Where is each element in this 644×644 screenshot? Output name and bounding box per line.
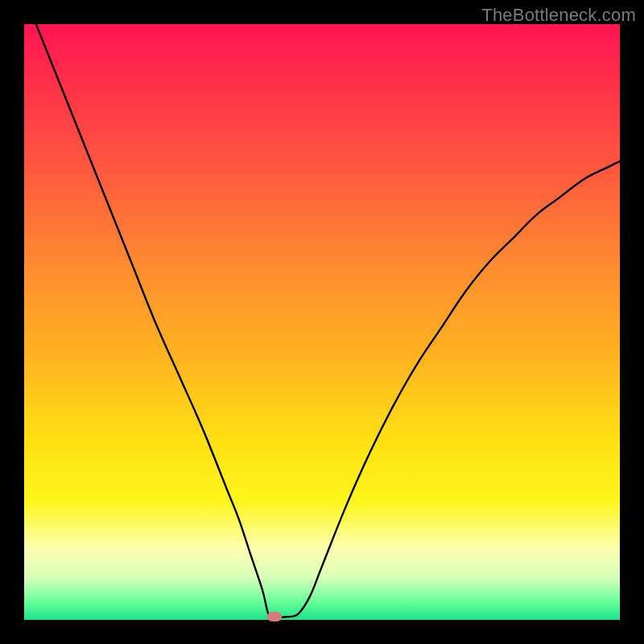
plot-area (24, 24, 620, 620)
bottleneck-curve (24, 24, 620, 620)
chart-frame: TheBottleneck.com (0, 0, 644, 644)
optimal-marker (267, 612, 282, 621)
watermark-text: TheBottleneck.com (481, 5, 636, 26)
